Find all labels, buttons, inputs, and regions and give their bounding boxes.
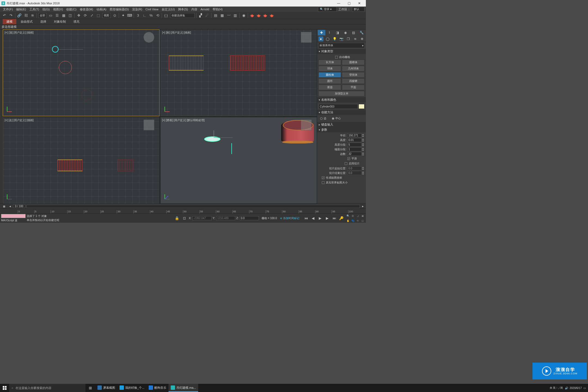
named-selection-button[interactable]: { }	[163, 13, 169, 19]
viewport-top[interactable]: [+] [顶] [用户定义] [线框]	[3, 29, 160, 116]
max-toggle-icon[interactable]: ◱	[360, 219, 365, 223]
close-button[interactable]: ✕	[354, 0, 365, 7]
motion-tab[interactable]: ◉	[342, 30, 350, 35]
menu-edit[interactable]: 编辑(E)	[14, 7, 28, 11]
textplus-button[interactable]: 加强型文本	[318, 91, 365, 96]
select-name-button[interactable]: ☰	[54, 13, 60, 19]
object-color-swatch[interactable]	[359, 104, 365, 109]
percent-snap-button[interactable]: %	[148, 13, 154, 19]
track-prev[interactable]: ◄	[8, 204, 12, 208]
time-position[interactable]: 0 / 100	[13, 204, 25, 208]
menu-arnold[interactable]: Arnold	[199, 8, 211, 11]
track-next[interactable]: ►	[361, 204, 365, 208]
bind-spacewarp-button[interactable]: ≋	[29, 13, 35, 19]
geosphere-button[interactable]: 几何球体	[342, 66, 365, 71]
layer-explorer-button[interactable]: ▤	[213, 13, 219, 19]
add-time-tag[interactable]: ⊕ 添加时间标记	[280, 216, 299, 220]
radius-spinner[interactable]	[347, 133, 362, 137]
sides-arrows[interactable]: ▴▾	[362, 152, 365, 156]
display-tab[interactable]: ▤	[350, 30, 357, 35]
render-production-button[interactable]: 🫖	[262, 13, 268, 19]
lights-subtab[interactable]: 💡	[332, 36, 337, 41]
ribbon-tab-objectpaint[interactable]: 对象绘制	[50, 19, 70, 24]
selection-filter-dropdown[interactable]: 全部	[38, 13, 47, 18]
helpers-subtab[interactable]: ❐	[346, 36, 351, 41]
orbit-icon[interactable]: ⟲	[356, 219, 360, 223]
align-button[interactable]: ☄	[204, 13, 210, 19]
menu-create[interactable]: 创建(C)	[65, 7, 78, 11]
spacewarps-subtab[interactable]: ≋	[353, 36, 358, 41]
name-color-rollout[interactable]: 名称和颜色	[317, 97, 366, 102]
snap-toggle-button[interactable]: 3	[135, 13, 141, 19]
next-frame-button[interactable]: ▶	[324, 215, 330, 221]
viewport-left[interactable]: [+] [左] [用户定义] [线框]	[3, 117, 160, 204]
render-iterative-button[interactable]: 🫖	[269, 13, 275, 19]
goto-end-button[interactable]: ⏭	[331, 215, 337, 221]
object-type-rollout[interactable]: 对象类型	[317, 49, 366, 54]
menu-script[interactable]: 脚本(S)	[176, 7, 190, 11]
redo-button[interactable]: ↷	[8, 13, 14, 19]
coord-x[interactable]: -2392.047	[192, 216, 212, 220]
refcoord-dropdown[interactable]: 视图	[102, 13, 111, 18]
cone-button[interactable]: 圆锥体	[342, 60, 365, 65]
smooth-checkbox[interactable]	[347, 157, 350, 160]
render-setup-button[interactable]: 🫖	[249, 13, 255, 19]
menu-civilview[interactable]: Civil View	[144, 8, 160, 11]
viewport-perspective[interactable]: [+] [透视] [用户定义] [默认明暗处理]	[160, 117, 317, 204]
named-selection-dropdown[interactable]: 创建选择集	[170, 13, 195, 18]
cap-segs-arrows[interactable]: ▴▾	[362, 147, 365, 151]
viewport-front[interactable]: [+] [前] [用户定义] [线框]	[160, 29, 317, 116]
hierarchy-tab[interactable]: ◨	[334, 30, 341, 35]
scale-button[interactable]: ⤢	[89, 13, 95, 19]
box-button[interactable]: 长方体	[318, 60, 341, 65]
walk-icon[interactable]: 👣	[351, 219, 355, 223]
object-name-input[interactable]	[318, 104, 358, 109]
menu-content[interactable]: 内容	[190, 7, 199, 11]
ribbon-tab-selection[interactable]: 选择	[36, 19, 50, 24]
fov-icon[interactable]: ◿	[356, 214, 360, 218]
link-button[interactable]: 🔗	[16, 13, 22, 19]
height-spinner[interactable]	[347, 138, 362, 142]
utilities-tab[interactable]: 🔧	[358, 30, 366, 35]
unlink-button[interactable]: ⛓	[23, 13, 29, 19]
lock-selection-icon[interactable]: 🔒	[174, 215, 180, 221]
undo-button[interactable]: ↶	[1, 13, 7, 19]
menu-modifiers[interactable]: 修改器(M)	[78, 7, 95, 11]
menu-group[interactable]: 组(G)	[41, 7, 51, 11]
slice-checkbox[interactable]	[345, 162, 347, 165]
modify-tab[interactable]: ⌇	[326, 30, 333, 35]
select-object-button[interactable]: ▭	[48, 13, 54, 19]
cylinder-button[interactable]: 圆柱体	[318, 72, 341, 78]
zoom-icon[interactable]: 🔍	[346, 214, 350, 218]
maximize-button[interactable]: ▢	[344, 0, 354, 7]
pivot-button[interactable]: ⊙	[112, 13, 118, 19]
scene-explorer-collapsed[interactable]	[0, 29, 3, 204]
render-frame-button[interactable]: 🫖	[256, 13, 262, 19]
viewcube-icon[interactable]	[301, 32, 312, 43]
key-mode-button[interactable]: 🔑	[338, 215, 344, 221]
height-segs-arrows[interactable]: ▴▾	[362, 143, 365, 147]
ribbon-tab-freeform[interactable]: 自由形式	[17, 19, 36, 24]
isolate-icon[interactable]: ⊡	[182, 215, 188, 221]
signin-dropdown[interactable]: 🔍 登录 ▾	[318, 7, 337, 12]
geometry-subtab[interactable]: ●	[318, 36, 323, 41]
viewcube-icon[interactable]	[143, 32, 154, 43]
maxscript-listener[interactable]	[1, 214, 26, 218]
menu-file[interactable]: 文件(F)	[1, 7, 14, 11]
ribbon-tab-populate[interactable]: 填充	[70, 19, 83, 24]
toggle-ribbon-button[interactable]: ▦	[219, 13, 225, 19]
angle-snap-button[interactable]: ∟	[142, 13, 148, 19]
menu-animation[interactable]: 动画(A)	[95, 7, 108, 11]
coord-y[interactable]: 1210.489	[216, 216, 235, 220]
sphere-button[interactable]: 球体	[318, 66, 341, 71]
pan-icon[interactable]: ✋	[346, 219, 350, 223]
viewport-front-label[interactable]: [+] [前] [用户定义] [线框]	[162, 31, 191, 35]
play-button[interactable]: ▶	[317, 215, 323, 221]
zoom-all-icon[interactable]: ⊞	[351, 214, 355, 218]
plane-button[interactable]: 平面	[342, 85, 365, 90]
select-rect-button[interactable]: ▦	[61, 13, 67, 19]
parameters-rollout[interactable]: 参数	[317, 127, 366, 132]
systems-subtab[interactable]: ✻	[360, 36, 365, 41]
height-spinner-arrows[interactable]: ▴▾	[362, 138, 365, 142]
menu-rendering[interactable]: 渲染(R)	[130, 7, 144, 11]
